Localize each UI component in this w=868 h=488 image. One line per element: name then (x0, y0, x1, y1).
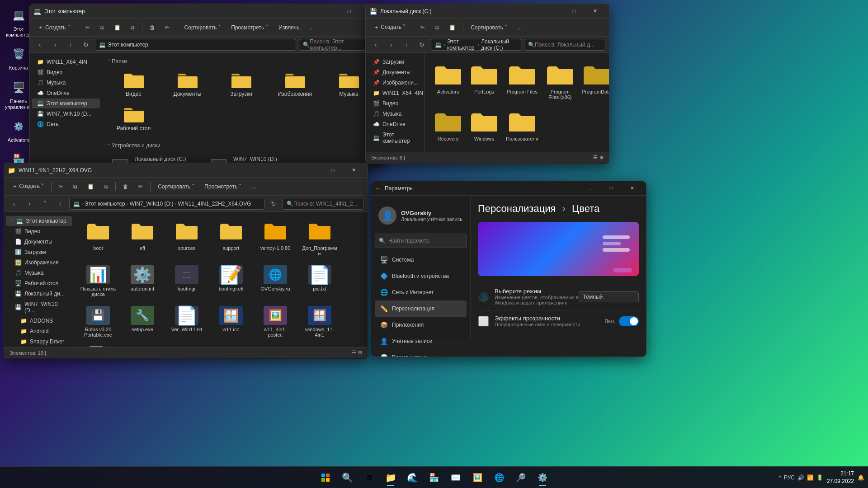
sort-btn[interactable]: Сортировать ˅ (180, 21, 226, 34)
time-display[interactable]: 21:17 27.09.2022 (827, 470, 854, 485)
folder-program-files-x86[interactable]: Program Files (x86) (544, 60, 576, 103)
paste-btn[interactable]: 📋 (109, 21, 125, 34)
address-path-win11[interactable]: 💻 › Этот компьютер › WIN7_WIN10 (D:) › W… (69, 198, 264, 210)
rename-btn[interactable]: ✏ (160, 21, 174, 34)
minimize-btn-this-pc[interactable]: — (318, 4, 339, 19)
sidebar-this-pc-c[interactable]: 💻 Этот компьютер (368, 130, 422, 146)
sidebar-item-onedrive[interactable]: ☁️ OneDrive (32, 88, 100, 98)
copy2-btn-w[interactable]: ⧉ (99, 180, 113, 193)
folder-windows[interactable]: Windows (468, 107, 500, 145)
sidebar-music-w[interactable]: 🎵 Музыка (6, 268, 72, 278)
file-ovgorskiy[interactable]: 🌐 OVGorskiy.ru (255, 263, 296, 300)
address-path-this-pc[interactable]: 💻 Этот компьютер (95, 39, 296, 51)
close-btn-win11[interactable]: ✕ (343, 163, 364, 178)
folder-activators[interactable]: Activators (432, 60, 464, 103)
nav-apps[interactable]: 📦 Приложения (375, 317, 467, 333)
taskbar-search2[interactable]: 🔎 (511, 468, 531, 488)
file-dop[interactable]: Доп_Программы (299, 216, 340, 259)
file-style[interactable]: 📊 Показать стиль диска (78, 263, 118, 300)
maximize-btn-this-pc[interactable]: □ (339, 4, 359, 19)
list-view-icon-c[interactable]: ☰ (593, 155, 598, 160)
transparency-toggle[interactable] (619, 316, 639, 326)
paste-btn-c[interactable]: 📋 (444, 21, 460, 34)
delete-btn-w[interactable]: 🗑 (118, 180, 133, 193)
file-sources[interactable]: sources (166, 216, 207, 259)
sidebar-docs-c[interactable]: 📌 Документы (368, 67, 422, 77)
up-btn-w[interactable]: ↑ (54, 197, 66, 210)
sidebar-local-c-w[interactable]: 💾 Локальный ди... (6, 289, 72, 299)
recent-btn-w[interactable]: ˅ (38, 197, 51, 210)
sidebar-onedrive-c[interactable]: ☁️ OneDrive (368, 119, 422, 129)
minimize-btn-settings[interactable]: — (580, 181, 601, 196)
file-w11-poster[interactable]: 🖼️ w11_4in1-poster. (255, 303, 296, 340)
nav-bluetooth[interactable]: 🔷 Bluetooth и устройства (375, 268, 467, 284)
maximize-btn-settings[interactable]: □ (601, 181, 622, 196)
sidebar-snappy-w[interactable]: 📁 Snappy Driver (6, 337, 72, 347)
sidebar-downloads-w[interactable]: ⬇️ Загрузки (6, 247, 72, 257)
address-path-local-c[interactable]: 💻 › Этот компьютер › Локальный диск (C:) (431, 39, 521, 51)
lang-btn[interactable]: РУС (784, 474, 795, 481)
file-ver[interactable]: 📄 Ver_Win11.txt (166, 303, 207, 340)
refresh-btn-this-pc[interactable]: ↻ (80, 38, 92, 51)
notification-icon[interactable]: 🔔 (858, 474, 864, 481)
mode-select[interactable]: Тёмный Светлый Пользовательский (579, 291, 639, 302)
maximize-btn-win11[interactable]: □ (322, 163, 343, 178)
nav-personalization[interactable]: ✏️ Персонализация (375, 300, 467, 317)
folder-docs[interactable]: Документы (161, 68, 213, 101)
cut-btn[interactable]: ✂ (81, 21, 94, 34)
sort-btn-w[interactable]: Сортировать ˅ (153, 180, 199, 193)
minimize-btn-local-c[interactable]: — (543, 4, 564, 19)
sidebar-downloads-c[interactable]: 📌 Загрузки (368, 57, 422, 67)
nav-network[interactable]: 🌐 Сеть и Интернет (375, 284, 467, 300)
search-taskbar-btn[interactable]: 🔍 (337, 468, 357, 488)
sort-btn-c[interactable]: Сортировать ˅ (466, 21, 512, 34)
more-btn[interactable]: ... (305, 21, 318, 34)
folder-programdata[interactable]: ProgramData (580, 60, 609, 103)
sidebar-this-pc-w[interactable]: ˅ 💻 Этот компьютер (6, 216, 72, 226)
sidebar-item-video[interactable]: 🎬 Видео (32, 67, 100, 77)
taskbar-photos[interactable]: 🖼️ (467, 468, 487, 488)
file-keys[interactable]: 📄 Ключи (78, 344, 118, 347)
search-box-local-c[interactable]: 🔍 Поиск в: Локальный д... (524, 39, 605, 51)
copy-btn-w[interactable]: ⧉ (69, 180, 82, 193)
up-btn-this-pc[interactable]: ↑ (64, 38, 77, 51)
more-btn-c[interactable]: ... (513, 21, 526, 34)
file-pid[interactable]: 📄 pid.txt (299, 263, 340, 300)
copy2-btn[interactable]: ⧉ (126, 21, 139, 34)
taskbar-edge[interactable]: 🌊 (402, 468, 422, 488)
file-win11-4in1[interactable]: 🪟 windows_11-4in1 (299, 303, 340, 340)
taskbar-mail[interactable]: ✉️ (446, 468, 466, 488)
sidebar-music-c[interactable]: 🎵 Музыка (368, 109, 422, 119)
search-box-win11[interactable]: 🔍 Поиск в: WIN11_4IN1_2... (283, 198, 364, 210)
sidebar-video-c[interactable]: 🎬 Видео (368, 99, 422, 108)
forward-btn-c[interactable]: › (385, 38, 397, 51)
cut-btn-c[interactable]: ✂ (416, 21, 429, 34)
file-boot[interactable]: boot (78, 216, 118, 259)
maximize-btn-local-c[interactable]: □ (564, 4, 585, 19)
taskbar-settings[interactable]: ⚙️ (533, 468, 552, 488)
start-btn[interactable] (316, 468, 335, 488)
minimize-btn-win11[interactable]: — (302, 163, 322, 178)
tray-chevron[interactable]: ^ (778, 474, 781, 481)
file-efi[interactable]: efi (122, 216, 163, 259)
expand-devices-btn[interactable]: ˅ (108, 143, 110, 148)
speaker-icon[interactable]: 🔊 (797, 474, 804, 481)
file-w11ico[interactable]: 🪟 w11.ico (211, 303, 251, 340)
battery-icon[interactable]: 🔋 (816, 474, 823, 481)
nav-system[interactable]: 🖥️ Система (375, 252, 467, 268)
grid-view-icon-c[interactable]: ⊞ (599, 155, 604, 160)
sidebar-item-music[interactable]: 🎵 Музыка (32, 78, 100, 88)
sidebar-item-network[interactable]: 🌐 Сеть (32, 119, 100, 129)
back-icon-settings[interactable]: ← (375, 185, 381, 192)
extract-btn[interactable]: Извлечь (274, 21, 304, 34)
back-btn-w[interactable]: ‹ (8, 197, 20, 210)
expand-folders-btn[interactable]: ˅ (108, 59, 110, 64)
paste-btn-w[interactable]: 📋 (83, 180, 99, 193)
wifi-icon[interactable]: 📶 (807, 474, 814, 481)
sidebar-win7-w[interactable]: 💾 WIN7_WIN10 (D... (6, 299, 72, 315)
copy-btn[interactable]: ⧉ (95, 21, 108, 34)
sidebar-images-c[interactable]: 📌 Изображени... (368, 78, 422, 88)
nav-time[interactable]: 🕐 Время и язык (375, 349, 467, 357)
close-btn-local-c[interactable]: ✕ (585, 4, 605, 19)
file-rufus[interactable]: 💾 Rufus v3.20 Portable.exe (78, 303, 118, 340)
